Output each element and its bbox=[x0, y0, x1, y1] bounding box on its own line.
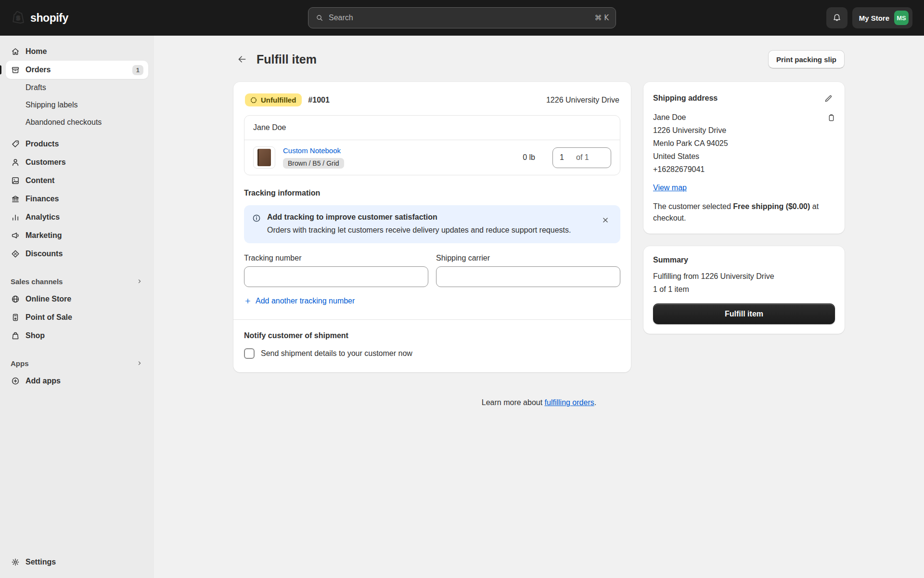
variant-badge: Brown / B5 / Grid bbox=[283, 158, 344, 169]
banner-dismiss-button[interactable] bbox=[598, 213, 613, 227]
add-tracking-number-link[interactable]: Add another tracking number bbox=[244, 297, 355, 305]
quantity-input[interactable] bbox=[560, 153, 572, 162]
svg-text:S: S bbox=[16, 15, 21, 22]
notebook-image bbox=[257, 149, 271, 166]
fulfillment-card: Unfulfilled #1001 1226 University Drive … bbox=[233, 82, 631, 372]
shipping-address-heading: Shipping address bbox=[653, 94, 718, 103]
sidebar-item-settings[interactable]: Settings bbox=[6, 553, 148, 571]
topbar-actions: My Store MS bbox=[826, 7, 912, 28]
sidebar-item-label: Content bbox=[26, 176, 54, 185]
sidebar-item-point-of-sale[interactable]: Point of Sale bbox=[6, 308, 148, 327]
store-menu-button[interactable]: My Store MS bbox=[852, 7, 912, 28]
address-name: Jane Doe bbox=[653, 111, 818, 124]
sidebar-item-label: Abandoned checkouts bbox=[26, 118, 102, 127]
search-input[interactable] bbox=[329, 13, 590, 22]
free-shipping-label: Free shipping ($0.00) bbox=[733, 202, 810, 210]
checkbox-label: Send shipment details to your customer n… bbox=[261, 349, 412, 358]
content-icon bbox=[11, 176, 20, 185]
shipment-notify-checkbox[interactable] bbox=[244, 348, 255, 359]
sidebar-item-customers[interactable]: Customers bbox=[6, 153, 148, 171]
print-packing-slip-button[interactable]: Print packing slip bbox=[768, 50, 845, 68]
sidebar-item-home[interactable]: Home bbox=[6, 42, 148, 61]
fulfill-item-button[interactable]: Fulfill item bbox=[653, 303, 835, 324]
shopify-wordmark: shopify bbox=[30, 12, 68, 25]
shipping-address-card: Shipping address bbox=[643, 82, 845, 234]
pencil-icon bbox=[824, 94, 833, 103]
notify-checkbox-row[interactable]: Send shipment details to your customer n… bbox=[244, 348, 620, 359]
sidebar-item-online-store[interactable]: Online Store bbox=[6, 290, 148, 308]
product-link[interactable]: Custom Notebook bbox=[283, 146, 341, 155]
sidebar-item-shipping-labels[interactable]: Shipping labels bbox=[6, 96, 148, 114]
tracking-number-label: Tracking number bbox=[244, 254, 428, 263]
back-button[interactable] bbox=[233, 51, 251, 68]
notify-heading: Notify customer of shipment bbox=[244, 331, 620, 340]
sidebar-item-label: Point of Sale bbox=[26, 313, 72, 322]
address-phone: +16282679041 bbox=[653, 163, 818, 176]
sidebar-item-products[interactable]: Products bbox=[6, 135, 148, 153]
address-country: United States bbox=[653, 150, 818, 163]
store-avatar: MS bbox=[894, 11, 909, 25]
shipping-carrier-input[interactable] bbox=[436, 266, 620, 287]
banner-body: Orders with tracking let customers recei… bbox=[267, 225, 571, 236]
status-badge: Unfulfilled bbox=[245, 93, 302, 106]
marketing-icon bbox=[11, 231, 20, 240]
fulfilling-orders-link[interactable]: fulfilling orders bbox=[545, 398, 594, 407]
address-block: Jane Doe 1226 University Drive Menlo Par… bbox=[653, 111, 835, 176]
sidebar-item-add-apps[interactable]: Add apps bbox=[6, 372, 148, 390]
products-icon bbox=[11, 139, 20, 149]
sidebar-item-finances[interactable]: Finances bbox=[6, 190, 148, 208]
store-name: My Store bbox=[859, 14, 889, 22]
sidebar-item-orders[interactable]: Orders 1 bbox=[6, 61, 148, 79]
sidebar-item-marketing[interactable]: Marketing bbox=[6, 226, 148, 245]
sidebar-item-label: Shop bbox=[26, 331, 45, 340]
chevron-right-icon bbox=[136, 277, 143, 285]
analytics-icon bbox=[11, 212, 20, 222]
order-header: Unfulfilled #1001 1226 University Drive bbox=[244, 92, 620, 115]
product-thumbnail[interactable] bbox=[253, 146, 275, 169]
copy-address-button[interactable] bbox=[824, 111, 838, 124]
home-icon bbox=[11, 47, 20, 56]
notifications-button[interactable] bbox=[826, 7, 847, 28]
point-of-sale-icon bbox=[11, 313, 20, 322]
shopify-bag-icon: S bbox=[12, 10, 27, 26]
quantity-total: of 1 bbox=[576, 153, 589, 162]
summary-heading: Summary bbox=[653, 256, 835, 264]
orders-count-badge: 1 bbox=[132, 65, 143, 75]
view-map-link[interactable]: View map bbox=[653, 184, 687, 192]
sidebar-item-shop[interactable]: Shop bbox=[6, 327, 148, 345]
shopify-logo[interactable]: S shopify bbox=[12, 10, 68, 26]
plus-icon bbox=[244, 297, 252, 305]
sidebar-item-discounts[interactable]: Discounts bbox=[6, 245, 148, 263]
edit-address-button[interactable] bbox=[821, 92, 835, 105]
sidebar-item-analytics[interactable]: Analytics bbox=[6, 208, 148, 226]
topbar: S shopify ⌘ K My Store MS bbox=[0, 0, 924, 36]
section-label: Sales channels bbox=[11, 277, 63, 286]
sidebar-section-apps[interactable]: Apps bbox=[6, 355, 148, 372]
quantity-field[interactable]: of 1 bbox=[552, 147, 611, 168]
close-icon bbox=[601, 216, 610, 224]
shipping-method-note: The customer selected Free shipping ($0.… bbox=[653, 201, 835, 224]
add-apps-icon bbox=[11, 376, 20, 386]
tracking-number-input[interactable] bbox=[244, 266, 428, 287]
fulfillment-location: 1226 University Drive bbox=[546, 96, 619, 105]
back-arrow-icon bbox=[237, 54, 247, 65]
sidebar-section-sales-channels[interactable]: Sales channels bbox=[6, 273, 148, 290]
shopify-admin: S shopify ⌘ K My Store MS bbox=[0, 0, 924, 578]
sidebar-item-abandoned-checkouts[interactable]: Abandoned checkouts bbox=[6, 114, 148, 131]
fulfilling-from-text: Fulfilling from 1226 University Drive bbox=[653, 272, 835, 281]
page-title: Fulfill item bbox=[257, 53, 317, 66]
search-shortcut: ⌘ K bbox=[594, 13, 609, 22]
info-icon bbox=[252, 213, 261, 223]
unfulfilled-status-icon bbox=[250, 96, 257, 104]
chevron-right-icon bbox=[136, 359, 143, 367]
active-indicator bbox=[0, 66, 1, 75]
clipboard-icon bbox=[827, 113, 836, 122]
global-search[interactable]: ⌘ K bbox=[308, 7, 616, 28]
page-header: Fulfill item Print packing slip bbox=[233, 50, 845, 68]
sidebar-item-content[interactable]: Content bbox=[6, 171, 148, 190]
sidebar-item-drafts[interactable]: Drafts bbox=[6, 79, 148, 96]
sidebar-item-label: Online Store bbox=[26, 295, 71, 303]
sidebar-item-label: Orders bbox=[26, 66, 51, 74]
section-label: Apps bbox=[11, 359, 29, 368]
discounts-icon bbox=[11, 249, 20, 259]
